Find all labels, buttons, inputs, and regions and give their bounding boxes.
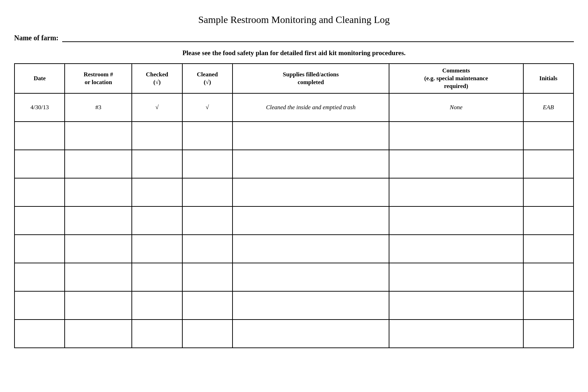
cell-date-6 [14, 263, 65, 291]
cell-restroom-4 [65, 206, 132, 235]
cell-checked-1 [132, 122, 182, 150]
table-row [14, 178, 574, 206]
col-header-checked: Checked(√) [132, 64, 182, 93]
cell-initials-3 [523, 178, 574, 206]
cell-supplies-5 [233, 235, 389, 263]
page-title: Sample Restroom Monitoring and Cleaning … [14, 14, 574, 25]
table-row: 4/30/13#3√√Cleaned the inside and emptie… [14, 93, 574, 122]
col-header-cleaned: Cleaned(√) [182, 64, 233, 93]
cell-checked-0: √ [132, 93, 182, 122]
instruction-text: Please see the food safety plan for deta… [14, 49, 574, 57]
cell-comments-8 [389, 320, 523, 348]
table-row [14, 122, 574, 150]
cell-comments-5 [389, 235, 523, 263]
cell-cleaned-8 [182, 320, 233, 348]
cell-supplies-2 [233, 150, 389, 178]
farm-name-row: Name of farm: [14, 34, 574, 42]
cell-initials-1 [523, 122, 574, 150]
cell-comments-3 [389, 178, 523, 206]
col-header-initials: Initials [523, 64, 574, 93]
cell-cleaned-2 [182, 150, 233, 178]
cell-comments-6 [389, 263, 523, 291]
table-row [14, 235, 574, 263]
col-header-comments: Comments(e.g. special maintenancerequire… [389, 64, 523, 93]
cell-cleaned-0: √ [182, 93, 233, 122]
cell-checked-4 [132, 206, 182, 235]
cell-cleaned-6 [182, 263, 233, 291]
cell-supplies-0: Cleaned the inside and emptied trash [233, 93, 389, 122]
cell-initials-7 [523, 291, 574, 320]
cell-cleaned-7 [182, 291, 233, 320]
cell-initials-2 [523, 150, 574, 178]
table-row [14, 206, 574, 235]
table-row [14, 291, 574, 320]
col-header-supplies: Supplies filled/actionscompleted [233, 64, 389, 93]
cell-initials-5 [523, 235, 574, 263]
cell-initials-8 [523, 320, 574, 348]
table-row [14, 320, 574, 348]
cell-restroom-6 [65, 263, 132, 291]
col-header-date: Date [14, 64, 65, 93]
cell-date-2 [14, 150, 65, 178]
cell-restroom-2 [65, 150, 132, 178]
cell-supplies-8 [233, 320, 389, 348]
cell-restroom-7 [65, 291, 132, 320]
table-row [14, 150, 574, 178]
cell-checked-8 [132, 320, 182, 348]
cell-comments-2 [389, 150, 523, 178]
cell-restroom-1 [65, 122, 132, 150]
farm-name-field [62, 34, 574, 42]
cell-date-0: 4/30/13 [14, 93, 65, 122]
cell-checked-2 [132, 150, 182, 178]
col-header-restroom: Restroom #or location [65, 64, 132, 93]
cell-restroom-0: #3 [65, 93, 132, 122]
cell-comments-7 [389, 291, 523, 320]
cell-restroom-3 [65, 178, 132, 206]
cell-supplies-1 [233, 122, 389, 150]
cell-supplies-3 [233, 178, 389, 206]
cell-date-1 [14, 122, 65, 150]
table-header-row: Date Restroom #or location Checked(√) Cl… [14, 64, 574, 93]
cell-checked-6 [132, 263, 182, 291]
cell-comments-0: None [389, 93, 523, 122]
cell-cleaned-3 [182, 178, 233, 206]
cell-checked-5 [132, 235, 182, 263]
cell-checked-3 [132, 178, 182, 206]
cell-date-5 [14, 235, 65, 263]
cell-comments-1 [389, 122, 523, 150]
cell-cleaned-5 [182, 235, 233, 263]
cell-restroom-8 [65, 320, 132, 348]
cell-restroom-5 [65, 235, 132, 263]
cell-date-7 [14, 291, 65, 320]
cell-cleaned-1 [182, 122, 233, 150]
cell-initials-0: EAB [523, 93, 574, 122]
cell-date-3 [14, 178, 65, 206]
cell-checked-7 [132, 291, 182, 320]
cell-supplies-7 [233, 291, 389, 320]
cell-date-4 [14, 206, 65, 235]
cell-supplies-6 [233, 263, 389, 291]
table-row [14, 263, 574, 291]
cell-comments-4 [389, 206, 523, 235]
cell-date-8 [14, 320, 65, 348]
cell-supplies-4 [233, 206, 389, 235]
cell-cleaned-4 [182, 206, 233, 235]
cell-initials-4 [523, 206, 574, 235]
farm-name-label: Name of farm: [14, 34, 59, 42]
cell-initials-6 [523, 263, 574, 291]
log-table: Date Restroom #or location Checked(√) Cl… [14, 63, 574, 348]
